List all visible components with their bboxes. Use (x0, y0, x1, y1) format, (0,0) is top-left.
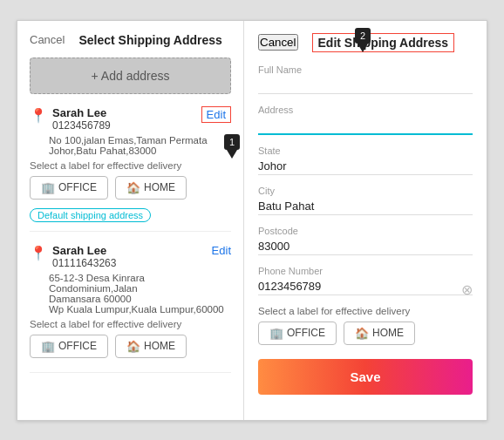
address-detail-1: No 100,jalan Emas,Taman PermataJohor,Bat… (49, 135, 231, 156)
address-name-1: Sarah Lee (52, 106, 111, 119)
address-phone-1: 0123456789 (52, 119, 111, 132)
home-icon-2: 🏠 (126, 340, 140, 353)
label-prompt-2: Select a label for effective delivery (30, 319, 231, 329)
input-phone[interactable] (258, 278, 473, 295)
clear-phone-icon[interactable]: ⊗ (461, 281, 473, 298)
home-label-btn-2[interactable]: 🏠 HOME (115, 335, 187, 358)
label-postcode: Postcode (258, 226, 473, 236)
annotation-2: 2 (355, 28, 371, 52)
office-label-text-1: OFFICE (58, 181, 97, 193)
location-icon-2: 📍 (30, 245, 47, 261)
right-office-label: OFFICE (287, 327, 325, 339)
office-icon-2: 🏢 (41, 340, 55, 353)
annotation-2-arrow (358, 44, 368, 52)
label-state: State (258, 146, 473, 156)
annotation-1-arrow (227, 150, 237, 159)
label-buttons-2: 🏢 OFFICE 🏠 HOME (30, 335, 231, 358)
left-panel-header: Cancel Select Shipping Address (30, 33, 231, 47)
home-icon-1: 🏠 (126, 181, 140, 194)
annotation-2-number: 2 (355, 28, 371, 44)
office-label-btn-2[interactable]: 🏢 OFFICE (30, 335, 108, 358)
home-label-text-2: HOME (144, 340, 175, 352)
right-home-icon: 🏠 (355, 327, 369, 340)
left-panel-title: Select Shipping Address (78, 33, 221, 47)
address-name-2: Sarah Lee (52, 244, 116, 257)
home-label-btn-1[interactable]: 🏠 HOME (115, 176, 187, 200)
form-group-address: Address (258, 105, 473, 135)
form-group-state: State (258, 146, 473, 175)
office-label-btn-1[interactable]: 🏢 OFFICE (30, 176, 108, 200)
annotation-1-number: 1 (224, 134, 240, 150)
home-label-text-1: HOME (144, 181, 175, 193)
form-group-phone: Phone Number ⊗ (258, 266, 473, 295)
default-badge-1: Default shipping address (30, 208, 151, 222)
right-office-btn[interactable]: 🏢 OFFICE (258, 322, 337, 345)
right-panel: 2 Cancel Edit Shipping Address Full Name… (244, 21, 487, 420)
right-home-btn[interactable]: 🏠 HOME (344, 322, 415, 345)
left-panel: Cancel Select Shipping Address + Add add… (17, 21, 244, 420)
office-icon-1: 🏢 (41, 181, 55, 194)
label-buttons-1: 🏢 OFFICE 🏠 HOME (30, 176, 231, 200)
label-phone: Phone Number (258, 266, 473, 276)
input-address[interactable] (258, 117, 473, 135)
address-phone-2: 01111643263 (52, 257, 116, 269)
address-card-2: 📍 Sarah Lee 01111643263 Edit 65-12-3 Des… (30, 244, 231, 373)
label-address: Address (258, 105, 473, 115)
label-fullname: Full Name (258, 64, 473, 75)
form-group-city: City (258, 186, 473, 215)
input-state[interactable] (258, 158, 473, 175)
right-office-icon: 🏢 (269, 327, 283, 340)
right-home-label: HOME (372, 327, 404, 339)
form-group-postcode: Postcode (258, 226, 473, 255)
right-label-prompt: Select a label for effective delivery (258, 306, 473, 316)
add-address-button[interactable]: + Add address (30, 58, 231, 94)
input-postcode[interactable] (258, 238, 473, 255)
annotation-1: 1 (224, 134, 240, 159)
address-detail-2: 65-12-3 Desa Kinrara Condominium,JalanDa… (49, 273, 231, 315)
left-cancel-button[interactable]: Cancel (30, 33, 65, 46)
label-prompt-1: Select a label for effective delivery (30, 160, 231, 171)
edit-link-1[interactable]: Edit (201, 106, 231, 123)
edit-link-2[interactable]: Edit (212, 244, 231, 257)
right-panel-title: Edit Shipping Address (312, 33, 455, 52)
save-button[interactable]: Save (258, 359, 473, 395)
right-cancel-button[interactable]: Cancel (258, 34, 298, 51)
right-label-buttons: 🏢 OFFICE 🏠 HOME (258, 322, 473, 345)
input-city[interactable] (258, 198, 473, 215)
input-fullname[interactable] (258, 77, 473, 94)
label-city: City (258, 186, 473, 196)
address-card-1: 📍 Sarah Lee 0123456789 Edit No 100,jalan… (30, 106, 231, 232)
office-label-text-2: OFFICE (58, 340, 97, 352)
form-group-fullname: Full Name (258, 64, 473, 94)
location-icon-1: 📍 (30, 107, 47, 124)
